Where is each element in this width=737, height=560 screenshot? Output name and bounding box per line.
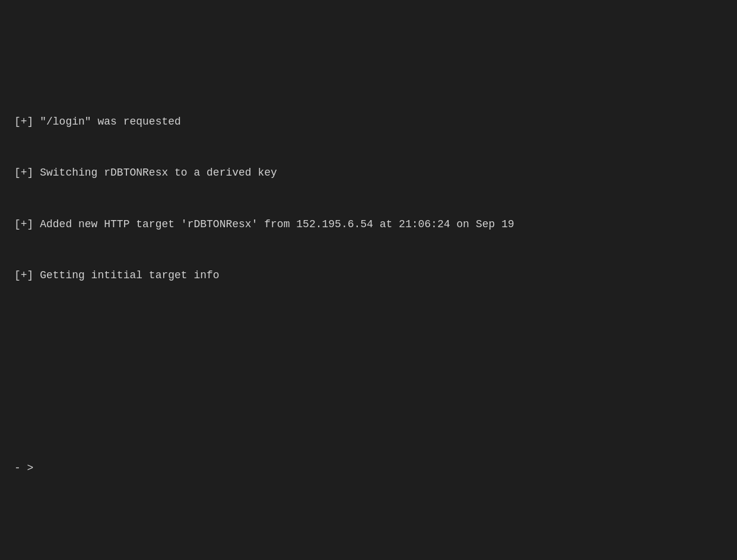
terminal-window: [+] "/login" was requested [+] Switching… <box>14 11 723 560</box>
log-lines: [+] "/login" was requested [+] Switching… <box>14 79 723 318</box>
log-line-3: [+] Added new HTTP target 'rDBTONResx' f… <box>14 216 723 233</box>
simple-prompt: - > <box>14 460 723 477</box>
log-line-2: [+] Switching rDBTONResx to a derived ke… <box>14 164 723 182</box>
log-line-4: [+] Getting intitial target info <box>14 267 723 284</box>
log-line-1: [+] "/login" was requested <box>14 113 723 131</box>
